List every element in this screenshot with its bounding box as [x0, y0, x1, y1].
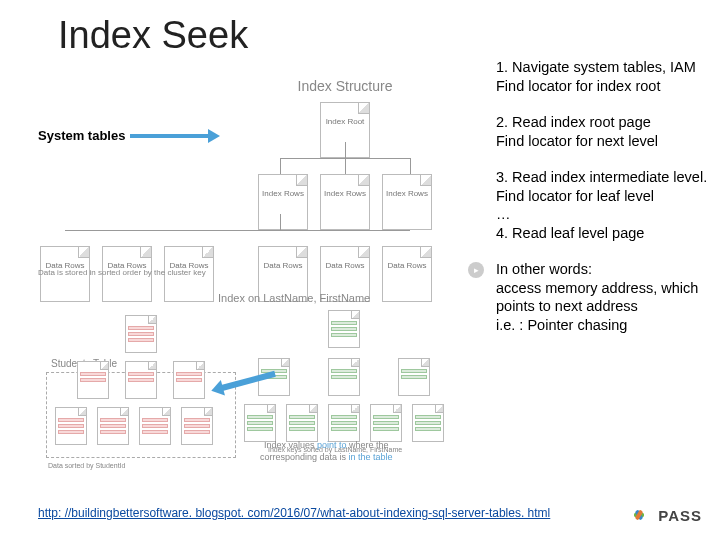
page-label: Data Rows [263, 261, 302, 270]
step-3-4: 3. Read index intermediate level. Find l… [496, 168, 710, 242]
index-leaf-page [244, 404, 276, 442]
table-leaf-page [97, 407, 129, 445]
index-rows-page: Index Rows [382, 174, 432, 230]
step-text: Find locator for next level [496, 133, 658, 149]
index-leaf-page [412, 404, 444, 442]
index-leaf-page [370, 404, 402, 442]
page-label: Index Rows [324, 189, 366, 198]
step-text: 1. Navigate system tables, IAM [496, 59, 696, 75]
index-rows-page: Index Rows [320, 174, 370, 230]
index-page [398, 358, 430, 396]
index-rows-page: Index Rows [258, 174, 308, 230]
bottom-caption: Index values point to where the correspo… [260, 440, 393, 463]
caption-part: in the table [349, 452, 393, 462]
table-mid-page [77, 361, 109, 399]
step-text: 3. Read index intermediate level. Find l… [496, 169, 707, 204]
sorted-left-caption: Data sorted by StudentId [48, 462, 125, 469]
index-page [328, 310, 360, 348]
students-table-box: Students Table [46, 372, 236, 458]
table-mid-page [125, 361, 157, 399]
step-text: 2. Read index root page [496, 114, 651, 130]
pass-star-icon [626, 502, 652, 528]
step-text: Find locator for index root [496, 78, 660, 94]
page-title: Index Seek [58, 14, 248, 57]
step-2: 2. Read index root page Find locator for… [496, 113, 710, 150]
diagram-b-title: Index on LastName, FirstName [218, 292, 370, 304]
caption-part: point to [317, 440, 347, 450]
table-mid-page [173, 361, 205, 399]
pass-logo-text: PASS [658, 507, 702, 524]
page-label: Index Rows [262, 189, 304, 198]
summary: In other words: access memory address, w… [496, 260, 710, 334]
system-tables-arrow [130, 134, 210, 138]
caption-part: where the [349, 440, 389, 450]
table-root-page [125, 315, 157, 353]
index-page [328, 358, 360, 396]
caption-part: Index values [264, 440, 315, 450]
step-text: i.e. : Pointer chasing [496, 317, 627, 333]
steps-column: 1. Navigate system tables, IAM Find loca… [496, 58, 710, 353]
table-leaf-page [55, 407, 87, 445]
table-leaf-page [139, 407, 171, 445]
system-tables-label: System tables [38, 128, 125, 143]
diagram-title: Index Structure [210, 78, 480, 94]
page-label: Index Root [326, 117, 365, 126]
step-text: access memory address, which points to n… [496, 280, 698, 315]
index-leaf-page [286, 404, 318, 442]
page-label: Index Rows [386, 189, 428, 198]
page-label: Data Rows [325, 261, 364, 270]
play-icon: ▸ [468, 262, 484, 278]
step-1: 1. Navigate system tables, IAM Find loca… [496, 58, 710, 95]
step-text: In other words: [496, 261, 592, 277]
diagram-caption: Data is stored in sorted order by the cl… [38, 268, 206, 277]
step-text: … [496, 206, 511, 222]
pass-logo: PASS [626, 502, 702, 528]
index-on-name-diagram: Index on LastName, FirstName Students Ta… [38, 292, 478, 472]
page-label: Data Rows [387, 261, 426, 270]
source-url-link[interactable]: http: //buildingbettersoftware. blogspot… [38, 506, 550, 520]
index-structure-diagram: Index Structure Index Root Index Rows In… [210, 78, 480, 286]
index-leaf-page [328, 404, 360, 442]
step-text: 4. Read leaf level page [496, 225, 644, 241]
caption-part: corresponding data is [260, 452, 346, 462]
table-leaf-page [181, 407, 213, 445]
